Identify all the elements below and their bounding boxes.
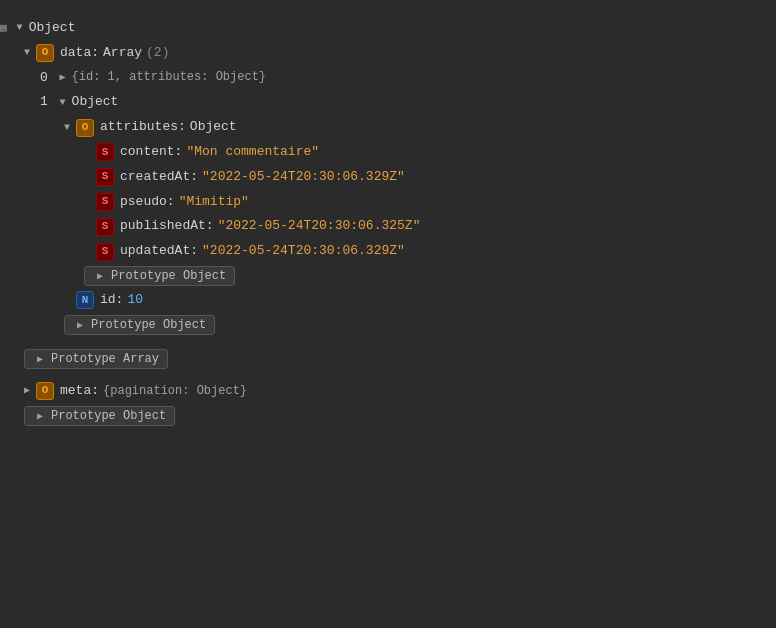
devtools-tree: ▦ Object O data : Array (2) 0 {id: 1, at… (0, 12, 776, 432)
id-value: 10 (127, 290, 143, 311)
prototype-object-1-button[interactable]: Prototype Object (84, 266, 235, 286)
meta-colon: : (91, 381, 99, 402)
proto-arr-label: Prototype Array (51, 352, 159, 366)
data-key: data (60, 43, 91, 64)
badge-O-attributes: O (76, 119, 94, 137)
item-0-value: {id: 1, attributes: Object} (72, 68, 266, 87)
proto-obj-1-label: Prototype Object (111, 269, 226, 283)
updatedAt-value: "2022-05-24T20:30:06.329Z" (202, 241, 405, 262)
content-colon: : (175, 142, 183, 163)
proto-obj-1-arrow (93, 269, 107, 283)
item-1-toggle[interactable] (56, 96, 70, 110)
meta-row: O meta : {pagination: Object} (0, 379, 776, 404)
badge-S-publishedAt: S (96, 218, 114, 236)
attributes-toggle[interactable] (60, 121, 74, 135)
root-row: ▦ Object (0, 16, 776, 41)
id-colon: : (116, 290, 124, 311)
attributes-key: attributes (100, 117, 178, 138)
data-count: (2) (146, 43, 169, 64)
attributes-type: Object (190, 117, 237, 138)
item-1-index: 1 (40, 92, 56, 113)
prototype-array-button[interactable]: Prototype Array (24, 349, 168, 369)
proto-arr-arrow (33, 352, 47, 366)
publishedAt-colon: : (206, 216, 214, 237)
attributes-colon: : (178, 117, 186, 138)
pseudo-key: pseudo (120, 192, 167, 213)
proto-obj-2-arrow (73, 318, 87, 332)
publishedAt-key: publishedAt (120, 216, 206, 237)
badge-N-id: N (76, 291, 94, 309)
badge-S-pseudo: S (96, 193, 114, 211)
updatedAt-row: S updatedAt : "2022-05-24T20:30:06.329Z" (0, 239, 776, 264)
prototype-object-2-row: Prototype Object (0, 313, 776, 337)
root-label: Object (29, 18, 76, 39)
data-array-toggle[interactable] (20, 46, 34, 60)
item-1-type: Object (72, 92, 119, 113)
createdAt-colon: : (190, 167, 198, 188)
badge-S-updatedAt: S (96, 243, 114, 261)
createdAt-key: createdAt (120, 167, 190, 188)
prototype-object-3-button[interactable]: Prototype Object (24, 406, 175, 426)
badge-S-createdAt: S (96, 168, 114, 186)
createdAt-value: "2022-05-24T20:30:06.329Z" (202, 167, 405, 188)
prototype-object-1-row: Prototype Object (0, 264, 776, 288)
item-0-row: 0 {id: 1, attributes: Object} (0, 66, 776, 91)
content-key: content (120, 142, 175, 163)
publishedAt-row: S publishedAt : "2022-05-24T20:30:06.325… (0, 214, 776, 239)
meta-key: meta (60, 381, 91, 402)
spacer (0, 337, 776, 347)
attributes-row: O attributes : Object (0, 115, 776, 140)
root-grid-icon: ▦ (0, 20, 7, 38)
pseudo-row: S pseudo : "Mimitip" (0, 190, 776, 215)
badge-O-data: O (36, 44, 54, 62)
badge-S-content: S (96, 143, 114, 161)
updatedAt-colon: : (190, 241, 198, 262)
item-0-index: 0 (40, 68, 56, 89)
publishedAt-value: "2022-05-24T20:30:06.325Z" (218, 216, 421, 237)
createdAt-row: S createdAt : "2022-05-24T20:30:06.329Z" (0, 165, 776, 190)
content-value: "Mon commentaire" (186, 142, 319, 163)
data-type: Array (103, 43, 142, 64)
root-toggle[interactable] (13, 21, 27, 35)
pseudo-value: "Mimitip" (179, 192, 249, 213)
id-row: N id : 10 (0, 288, 776, 313)
item-1-row: 1 Object (0, 90, 776, 115)
proto-obj-2-label: Prototype Object (91, 318, 206, 332)
meta-toggle[interactable] (20, 384, 34, 398)
pseudo-colon: : (167, 192, 175, 213)
badge-O-meta: O (36, 382, 54, 400)
spacer2 (0, 371, 776, 379)
item-0-toggle[interactable] (56, 71, 70, 85)
updatedAt-key: updatedAt (120, 241, 190, 262)
content-row: S content : "Mon commentaire" (0, 140, 776, 165)
prototype-array-row: Prototype Array (0, 347, 776, 371)
data-colon: : (91, 43, 99, 64)
proto-obj-3-label: Prototype Object (51, 409, 166, 423)
meta-value: {pagination: Object} (103, 382, 247, 401)
id-key: id (100, 290, 116, 311)
prototype-object-2-button[interactable]: Prototype Object (64, 315, 215, 335)
proto-obj-3-arrow (33, 409, 47, 423)
data-array-row: O data : Array (2) (0, 41, 776, 66)
prototype-object-3-row: Prototype Object (0, 404, 776, 428)
